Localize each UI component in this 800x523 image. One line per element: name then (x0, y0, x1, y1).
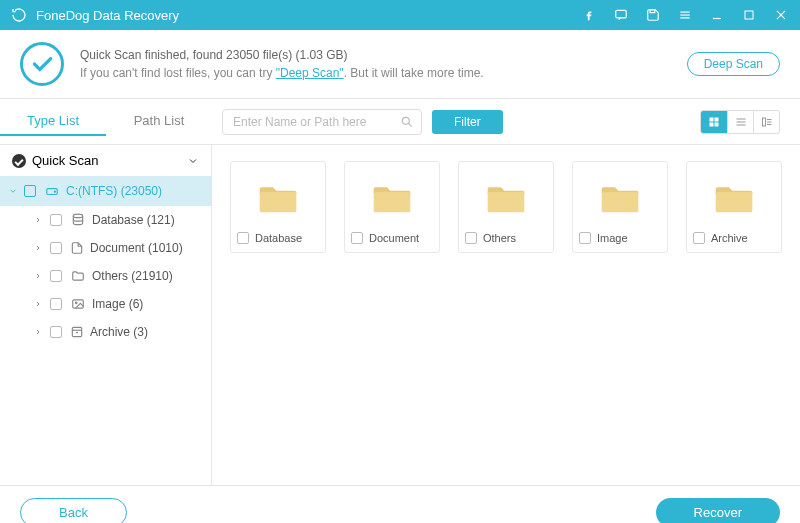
folder-name: Document (369, 232, 419, 244)
folder-icon (237, 172, 319, 226)
tree-drive-c[interactable]: C:(NTFS) (23050) (0, 176, 211, 206)
tab-type-list[interactable]: Type List (0, 107, 106, 136)
checkbox[interactable] (50, 242, 62, 254)
folder-name: Image (597, 232, 628, 244)
svg-rect-0 (616, 10, 627, 18)
svg-rect-18 (762, 118, 765, 126)
tree-item-label: Archive (3) (90, 325, 148, 339)
svg-rect-6 (745, 11, 753, 19)
folder-icon (351, 172, 433, 226)
scan-complete-icon (20, 42, 64, 86)
view-grid-icon[interactable] (701, 111, 727, 133)
tree-drive-label: C:(NTFS) (23050) (66, 184, 162, 198)
titlebar-controls (580, 6, 790, 24)
checkbox[interactable] (693, 232, 705, 244)
checkbox[interactable] (50, 270, 62, 282)
svg-point-24 (73, 214, 82, 218)
summary-text: Quick Scan finished, found 23050 file(s)… (80, 48, 687, 80)
view-list-icon[interactable] (727, 111, 753, 133)
folder-icon (465, 172, 547, 226)
checkbox[interactable] (50, 326, 62, 338)
svg-point-26 (75, 302, 77, 304)
archive-icon (70, 325, 84, 339)
folder-card[interactable]: Others (458, 161, 554, 253)
svg-point-23 (54, 191, 55, 192)
svg-line-10 (408, 123, 411, 126)
chevron-right-icon (34, 300, 42, 308)
view-detail-icon[interactable] (753, 111, 779, 133)
drive-icon (44, 184, 60, 198)
checkbox[interactable] (50, 298, 62, 310)
folder-icon (70, 269, 86, 283)
tree-item[interactable]: Document (1010) (0, 234, 211, 262)
sidebar-tree: Quick Scan C:(NTFS) (23050) Database (12… (0, 145, 212, 485)
tree-item-label: Image (6) (92, 297, 143, 311)
folder-grid: DatabaseDocumentOthersImageArchive (212, 145, 800, 485)
folder-icon (579, 172, 661, 226)
filter-button[interactable]: Filter (432, 110, 503, 134)
hint-prefix: If you can't find lost files, you can tr… (80, 66, 276, 80)
svg-rect-13 (710, 122, 714, 126)
check-circle-icon (12, 154, 26, 168)
search-icon[interactable] (400, 115, 414, 129)
tree-item[interactable]: Image (6) (0, 290, 211, 318)
list-tabs: Type List Path List (0, 107, 212, 136)
app-title: FoneDog Data Recovery (36, 8, 580, 23)
scan-summary: Quick Scan finished, found 23050 file(s)… (0, 30, 800, 99)
folder-card[interactable]: Database (230, 161, 326, 253)
summary-line2: If you can't find lost files, you can tr… (80, 66, 687, 80)
svg-point-9 (402, 117, 409, 124)
chevron-down-icon (187, 155, 199, 167)
chevron-right-icon (34, 272, 42, 280)
svg-rect-1 (650, 10, 655, 13)
tree-root-quick-scan[interactable]: Quick Scan (0, 145, 211, 176)
facebook-icon[interactable] (580, 6, 598, 24)
deep-scan-button[interactable]: Deep Scan (687, 52, 780, 76)
svg-rect-11 (710, 117, 714, 121)
feedback-icon[interactable] (612, 6, 630, 24)
hint-suffix: . But it will take more time. (344, 66, 484, 80)
svg-rect-14 (715, 122, 719, 126)
minimize-icon[interactable] (708, 6, 726, 24)
tab-path-list[interactable]: Path List (106, 107, 212, 136)
chevron-right-icon (34, 328, 42, 336)
folder-card[interactable]: Image (572, 161, 668, 253)
image-icon (70, 297, 86, 311)
tree-item[interactable]: Archive (3) (0, 318, 211, 346)
titlebar: FoneDog Data Recovery (0, 0, 800, 30)
checkbox[interactable] (465, 232, 477, 244)
checkbox[interactable] (237, 232, 249, 244)
folder-card[interactable]: Document (344, 161, 440, 253)
summary-line1: Quick Scan finished, found 23050 file(s)… (80, 48, 687, 62)
maximize-icon[interactable] (740, 6, 758, 24)
menu-icon[interactable] (676, 6, 694, 24)
folder-card[interactable]: Archive (686, 161, 782, 253)
chevron-down-icon (8, 186, 18, 196)
tree-item[interactable]: Database (121) (0, 206, 211, 234)
recover-button[interactable]: Recover (656, 498, 780, 523)
checkbox[interactable] (50, 214, 62, 226)
tree-root-label: Quick Scan (32, 153, 98, 168)
save-icon[interactable] (644, 6, 662, 24)
folder-name: Others (483, 232, 516, 244)
view-toggle (700, 110, 780, 134)
back-button[interactable]: Back (20, 498, 127, 523)
svg-rect-12 (715, 117, 719, 121)
footer: Back Recover (0, 485, 800, 523)
checkbox[interactable] (24, 185, 36, 197)
deep-scan-link[interactable]: "Deep Scan" (276, 66, 344, 80)
checkbox[interactable] (351, 232, 363, 244)
search-input[interactable] (222, 109, 422, 135)
folder-icon (693, 172, 775, 226)
checkbox[interactable] (579, 232, 591, 244)
tree-item[interactable]: Others (21910) (0, 262, 211, 290)
main: Quick Scan C:(NTFS) (23050) Database (12… (0, 145, 800, 485)
close-icon[interactable] (772, 6, 790, 24)
toolbar: Type List Path List Filter (0, 99, 800, 145)
tree-item-label: Others (21910) (92, 269, 173, 283)
folder-name: Archive (711, 232, 748, 244)
app-logo-icon (10, 6, 28, 24)
chevron-right-icon (34, 216, 42, 224)
chevron-right-icon (34, 244, 42, 252)
document-icon (70, 241, 84, 255)
